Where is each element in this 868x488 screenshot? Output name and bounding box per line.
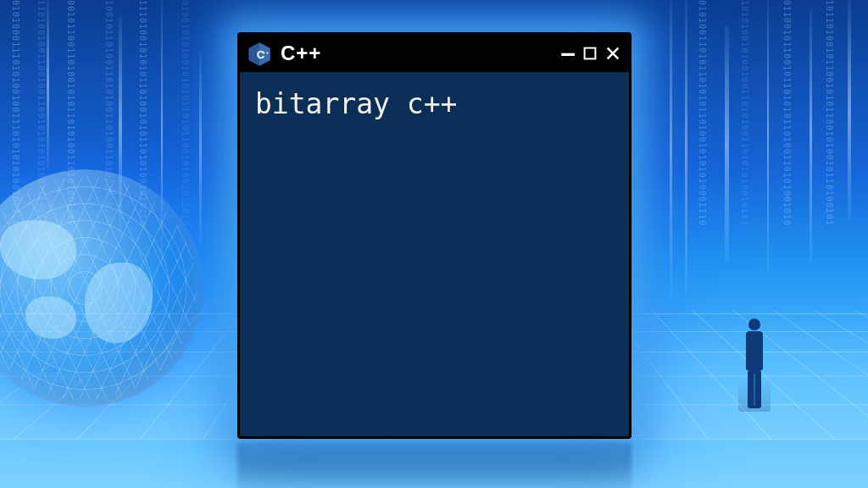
svg-text:+: + [266, 50, 269, 55]
window-controls: – [561, 42, 620, 64]
window-title: C++ [281, 42, 553, 65]
maximize-icon[interactable] [583, 47, 597, 60]
svg-rect-5 [585, 48, 596, 59]
silhouette-figure [738, 319, 771, 412]
terminal-window: C + + C++ – bitarray c++ [237, 32, 632, 439]
window-reflection [237, 442, 632, 488]
terminal-body[interactable]: bitarray c++ [240, 72, 629, 436]
terminal-text: bitarray c++ [255, 87, 457, 120]
cpp-hexagon-icon: C + + [247, 42, 272, 65]
title-bar[interactable]: C + + C++ – [240, 35, 629, 72]
close-icon[interactable] [605, 46, 620, 61]
svg-text:+: + [263, 50, 265, 55]
minimize-icon[interactable]: – [561, 42, 575, 64]
